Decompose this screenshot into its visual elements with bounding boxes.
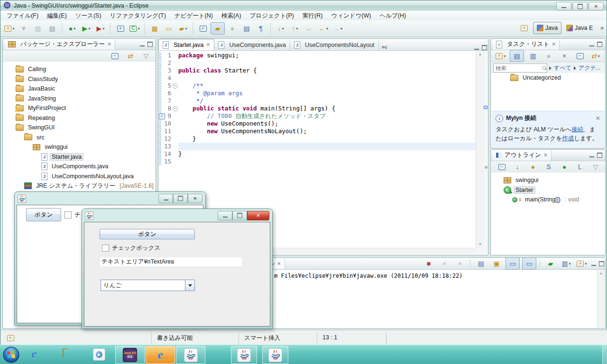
new-class-icon[interactable]: C▾ bbox=[128, 23, 141, 34]
swing-window-usecomponentsnolayout[interactable]: ✕ ボタン チェックボックス テキストエリア¥nTextArea りんご bbox=[82, 209, 273, 329]
show-source-icon[interactable]: ▤ bbox=[240, 23, 253, 34]
remove-launch-icon[interactable]: × bbox=[438, 258, 451, 269]
search-folder-icon[interactable]: ▭ bbox=[162, 23, 175, 34]
editor-vertical-scrollbar[interactable]: ▲▼ bbox=[476, 51, 484, 248]
sort-icon[interactable]: ↓ bbox=[511, 161, 524, 173]
button[interactable]: ボタン bbox=[26, 208, 61, 221]
print-icon[interactable]: ▤ bbox=[46, 23, 59, 34]
package-explorer-item[interactable]: ClassStudy bbox=[3, 74, 155, 84]
package-explorer-item[interactable]: Repeating bbox=[3, 113, 155, 123]
perspective-overflow[interactable]: » bbox=[600, 25, 604, 31]
code-line-7[interactable]: 7 */ bbox=[159, 97, 487, 105]
collapse-all-icon[interactable]: − bbox=[108, 50, 121, 62]
editor-tab-usecomponents-java[interactable]: JUseComponents.java bbox=[214, 39, 290, 50]
package-explorer-item[interactable]: JRE システム・ライブラリー[JavaSE-1.6] bbox=[3, 181, 155, 191]
taskbar-java-app-3[interactable] bbox=[262, 346, 288, 364]
fast-view-icon[interactable]: + bbox=[4, 332, 17, 344]
dropdown-caret-icon[interactable]: ▾ bbox=[585, 262, 587, 266]
hide-non-public-icon[interactable]: ● bbox=[558, 161, 571, 173]
open-type-icon[interactable]: ▦ bbox=[148, 23, 161, 34]
text-area[interactable]: テキストエリア¥nTextArea bbox=[100, 257, 242, 266]
close-view-icon[interactable]: ✕ bbox=[107, 41, 111, 47]
link-with-editor-icon[interactable]: ⇄ bbox=[124, 50, 137, 62]
package-explorer-item[interactable]: JavaBasic bbox=[3, 84, 155, 94]
new-wizard-icon[interactable]: +▾ bbox=[3, 23, 16, 34]
maximize-button[interactable] bbox=[232, 211, 247, 220]
minimize-view-icon[interactable] bbox=[591, 265, 596, 266]
menu-refactoring[interactable]: リファクタリング(T) bbox=[106, 11, 170, 21]
overview-ruler[interactable] bbox=[484, 51, 488, 248]
dismiss-icon[interactable]: ✕ bbox=[596, 115, 600, 122]
new-task-icon[interactable]: ✓ bbox=[196, 23, 210, 34]
dropdown-caret-icon[interactable]: ▾ bbox=[185, 27, 187, 31]
code-line-15[interactable]: 15 bbox=[159, 158, 487, 165]
package-explorer-item[interactable]: JavaString bbox=[3, 94, 155, 104]
minimize-view-icon[interactable] bbox=[589, 46, 594, 46]
hide-fields-icon[interactable]: ● bbox=[526, 161, 540, 173]
focus-on-workweek-icon[interactable]: ● bbox=[542, 50, 555, 62]
close-button[interactable]: ✕ bbox=[589, 2, 604, 10]
show-on-stderr-icon[interactable]: ▭ bbox=[522, 257, 536, 270]
restore-button[interactable] bbox=[572, 2, 588, 10]
minimize-view-icon[interactable] bbox=[589, 156, 594, 157]
last-edit-location-icon[interactable]: ← bbox=[303, 23, 316, 34]
maximize-view-icon[interactable] bbox=[147, 42, 153, 47]
button[interactable]: ボタン bbox=[100, 229, 195, 239]
minimize-button[interactable] bbox=[556, 2, 571, 10]
terminate-icon[interactable]: ■ bbox=[422, 258, 435, 269]
maximize-button[interactable] bbox=[173, 194, 188, 203]
next-annotation-icon[interactable]: ↓▾ bbox=[274, 23, 287, 34]
maximize-view-icon[interactable] bbox=[599, 261, 604, 266]
taskbar-java-app-1[interactable] bbox=[176, 346, 205, 364]
menu-navigate[interactable]: ナビゲート(N) bbox=[170, 11, 217, 21]
code-line-13[interactable]: 13 bbox=[159, 143, 487, 150]
dropdown-caret-icon[interactable]: ▾ bbox=[88, 27, 90, 31]
mark-occurrences-icon[interactable]: ▰ bbox=[211, 22, 225, 35]
scheduled-presentation-icon[interactable]: ▥ bbox=[526, 50, 540, 62]
mylyn-link[interactable]: 接続 bbox=[571, 126, 583, 133]
swing-front-titlebar[interactable]: ✕ bbox=[82, 209, 272, 222]
dropdown-caret-icon[interactable]: ▾ bbox=[282, 27, 284, 31]
dropdown-caret-icon[interactable]: ▾ bbox=[598, 54, 600, 58]
taskbar-wmp-pinned[interactable]: ▶ bbox=[93, 348, 105, 361]
previous-annotation-icon[interactable]: ↑▾ bbox=[288, 23, 302, 34]
minimize-button[interactable] bbox=[158, 194, 173, 203]
code-line-8[interactable]: 8− public static void main(String[] args… bbox=[159, 105, 487, 112]
new-task-icon[interactable]: +▾ bbox=[494, 50, 507, 62]
maximize-view-icon[interactable] bbox=[597, 42, 602, 47]
filter-all-link[interactable]: すべて bbox=[554, 64, 571, 72]
debug-icon[interactable]: ●▾ bbox=[65, 23, 79, 34]
fold-collapse-icon[interactable]: − bbox=[173, 83, 178, 89]
menu-help[interactable]: ヘルプ(H) bbox=[375, 11, 410, 21]
collapse-all-icon[interactable]: − bbox=[495, 161, 508, 173]
console-scrollbar[interactable]: ▲ bbox=[597, 270, 605, 328]
menu-edit[interactable]: 編集(E) bbox=[43, 11, 71, 21]
outline-item[interactable]: CStarter bbox=[491, 185, 605, 195]
editor-tab-starter-java[interactable]: JStarter.java✕ bbox=[158, 39, 214, 50]
outline-item[interactable]: swinggui bbox=[491, 175, 605, 185]
view-menu-icon[interactable]: ▽ bbox=[589, 161, 602, 173]
close-button[interactable]: ✕ bbox=[247, 211, 269, 220]
forward-icon[interactable]: →▾ bbox=[331, 23, 344, 34]
package-explorer-item[interactable]: MyFirstProject bbox=[3, 103, 155, 113]
code-line-11[interactable]: 11 new UseComponentsNoLayout(); bbox=[159, 127, 487, 135]
close-tab-icon[interactable]: ✕ bbox=[206, 42, 210, 48]
external-javadoc-icon[interactable]: ● bbox=[226, 23, 239, 34]
clear-console-icon[interactable]: ▤ bbox=[474, 258, 487, 269]
editor-tab-usecomponentsnolayout[interactable]: JUseComponentsNoLayout bbox=[290, 39, 379, 50]
hide-local-types-icon[interactable]: L bbox=[573, 161, 587, 173]
show-on-stdout-icon[interactable]: ▭ bbox=[506, 257, 520, 270]
open-perspective-icon[interactable]: + bbox=[518, 22, 531, 34]
back-icon[interactable]: ←▾ bbox=[317, 23, 330, 34]
dropdown-caret-icon[interactable]: ▾ bbox=[569, 262, 571, 266]
code-line-9[interactable]: 9 // TODO 自動生成されたメソッド・スタブ bbox=[159, 112, 487, 120]
taskbar-ie-pinned[interactable]: e bbox=[31, 348, 37, 360]
code-line-2[interactable]: 2 bbox=[159, 59, 487, 67]
maximize-view-icon[interactable] bbox=[597, 153, 602, 158]
mylyn-link[interactable]: 作成 bbox=[562, 135, 574, 142]
checkbox[interactable]: チ bbox=[64, 211, 81, 219]
dropdown-caret-icon[interactable]: ▾ bbox=[340, 27, 342, 31]
close-view-icon[interactable]: ✕ bbox=[543, 152, 548, 158]
start-button[interactable] bbox=[3, 346, 19, 364]
dropdown-caret-icon[interactable]: ▾ bbox=[138, 27, 139, 31]
